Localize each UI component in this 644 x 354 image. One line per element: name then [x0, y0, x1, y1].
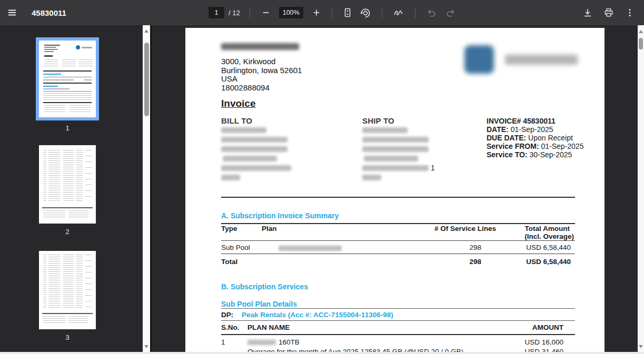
toolbar-center: 1 / 12 100% [209, 0, 459, 25]
redacted-line [221, 146, 288, 152]
redacted-line [221, 165, 291, 171]
sidebar-divider [150, 25, 152, 354]
divider [221, 320, 575, 321]
menu-icon[interactable] [4, 5, 20, 21]
cell-type: Sub Pool [221, 244, 262, 251]
bill-to-label: BILL TO [221, 116, 252, 125]
redacted-line [223, 156, 277, 161]
redacted-line [364, 156, 418, 161]
divider [221, 254, 575, 254]
toolbar-right [580, 0, 638, 25]
col-total-amount: Total Amount (Incl. Overage) [496, 225, 575, 240]
more-options-icon[interactable] [622, 5, 638, 21]
col-sno: S.No. [221, 323, 247, 331]
separator [332, 7, 332, 18]
total-service-lines: 298 [412, 258, 496, 266]
invoice-meta: INVOICE# 45830011 DATE: 01-Sep-2025 DUE … [487, 117, 583, 159]
page-count-label: / 12 [229, 9, 240, 17]
fit-page-icon[interactable] [340, 5, 355, 21]
redacted-line [362, 165, 429, 171]
thumbnail-label-3: 3 [36, 333, 99, 341]
cell-amount: USD 16,000 [464, 338, 575, 346]
undo-icon [424, 5, 440, 21]
cell-amount: USD 6,58,440 [496, 244, 575, 251]
col-amount: AMOUNT [464, 323, 575, 331]
divider [221, 308, 575, 309]
cell-plan-name: 160TB [279, 338, 300, 346]
print-icon[interactable] [601, 5, 617, 21]
invoice-heading: Invoice [221, 98, 255, 109]
col-plan: Plan [262, 225, 412, 240]
cell-sno: 1 [221, 338, 247, 346]
pdf-page-1: 3000, Kirkwood Burlington, Iowa 52601 US… [185, 28, 605, 352]
redacted-line [362, 127, 408, 133]
divider [221, 240, 575, 241]
scroll-up-icon[interactable] [144, 29, 148, 33]
separator [415, 7, 415, 18]
main-scrollbar[interactable] [638, 25, 644, 354]
thumbnail-label-2: 2 [36, 228, 99, 236]
redacted-line [362, 137, 429, 143]
thumbnail-label-1: 1 [36, 124, 99, 132]
redacted-logo-text [505, 55, 578, 65]
separator [250, 7, 250, 18]
col-type: Type [221, 225, 262, 240]
ship-to-visible-suffix: 1 [431, 164, 435, 172]
ship-to-label: SHIP TO [362, 116, 394, 125]
dp-account: Peak Rentals (Acc #: ACC-7155004-11306-9… [242, 311, 393, 319]
redacted-line [362, 175, 381, 180]
redacted-line [362, 146, 429, 152]
thumbnail-page-1[interactable] [36, 37, 99, 120]
annotate-icon[interactable] [391, 5, 407, 21]
company-address: 3000, Kirkwood Burlington, Iowa 52601 US… [221, 57, 302, 92]
redacted-line [221, 137, 288, 143]
toolbar: 45830011 1 / 12 100% [0, 0, 644, 25]
sidebar-scrollbar[interactable] [143, 25, 150, 352]
cell-service-lines: 298 [412, 244, 496, 251]
divider [221, 197, 575, 198]
viewport-bottom-edge [0, 352, 644, 354]
zoom-out-icon[interactable] [258, 5, 274, 21]
mini-logo-icon [76, 45, 80, 49]
section-a-heading: A. Subscription Invoice Summary [221, 211, 339, 220]
sidebar-scrollbar-thumb[interactable] [144, 43, 149, 116]
total-amount: USD 6,58,440 [496, 258, 575, 266]
separator [382, 7, 382, 18]
redacted-plan-prefix [247, 340, 276, 345]
redacted-company-name [221, 43, 299, 50]
redo-icon [443, 5, 459, 21]
total-label: Total [221, 258, 262, 266]
redacted-line [221, 175, 240, 180]
scroll-up-icon[interactable] [639, 30, 643, 33]
col-service-lines: # Of Service Lines [412, 225, 496, 240]
divider [221, 223, 575, 224]
dp-label: DP: [221, 311, 233, 319]
section-b-heading: B. Subscription Services [221, 282, 308, 291]
zoom-in-icon[interactable] [309, 5, 324, 21]
thumbnail-page-2[interactable] [39, 145, 96, 224]
page-number-input[interactable]: 1 [209, 7, 224, 18]
sub-pool-subheading: Sub Pool Plan Details [221, 300, 297, 308]
main-scrollbar-thumb[interactable] [639, 38, 643, 49]
redacted-logo [464, 45, 494, 74]
col-plan-name: PLAN NAME [247, 323, 464, 331]
thumbnail-page-3[interactable] [39, 251, 96, 329]
scroll-down-icon[interactable] [144, 345, 148, 348]
scroll-down-icon[interactable] [639, 345, 643, 348]
rotate-icon[interactable] [358, 5, 373, 21]
redacted-line [221, 127, 266, 133]
redacted-plan-name [279, 246, 342, 251]
download-icon[interactable] [580, 5, 596, 21]
document-title: 45830011 [32, 8, 66, 17]
pdf-viewer: 45830011 1 / 12 100% [0, 0, 644, 354]
divider [221, 334, 575, 335]
zoom-level-input[interactable]: 100% [279, 7, 303, 18]
